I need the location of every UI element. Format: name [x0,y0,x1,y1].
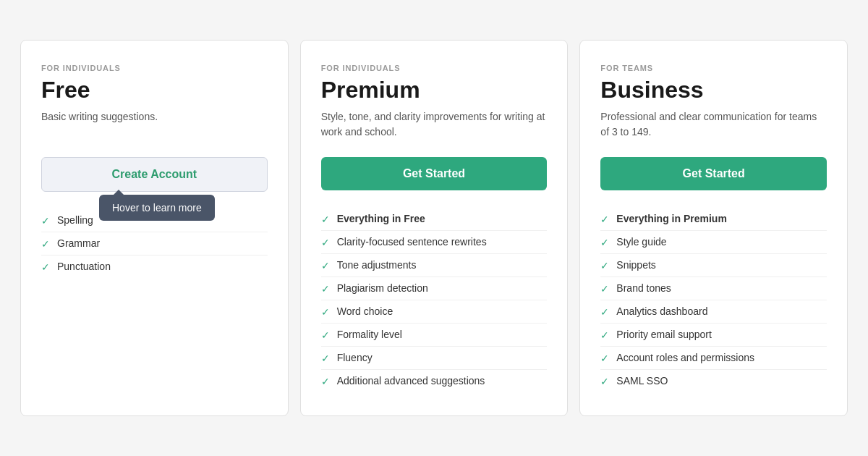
checkmark-icon: ✓ [600,329,609,341]
list-item: ✓Punctuation [41,256,268,278]
checkmark-icon: ✓ [600,214,609,225]
list-item: ✓Tone adjustments [321,254,548,277]
checkmark-icon: ✓ [321,329,330,341]
feature-text: Brand tones [616,282,671,294]
list-item: ✓Clarity-focused sentence rewrites [321,231,548,254]
feature-text: Clarity-focused sentence rewrites [337,236,487,248]
plan-card-free: FOR INDIVIDUALSFreeBasic writing suggest… [20,40,289,416]
checkmark-icon: ✓ [321,352,330,364]
button-area-business: Get Started [600,157,827,190]
list-item: ✓Fluency [321,347,548,370]
feature-text: Everything in Premium [616,213,726,224]
feature-list-business: ✓Everything in Premium✓Style guide✓Snipp… [600,208,827,392]
hover-tooltip: Hover to learn more [99,195,215,221]
checkmark-icon: ✓ [600,352,609,364]
checkmark-icon: ✓ [321,376,330,387]
plan-name-business: Business [600,77,827,104]
plan-description-premium: Style, tone, and clarity improvements fo… [321,109,548,140]
list-item: ✓Brand tones [600,277,827,300]
checkmark-icon: ✓ [600,376,609,387]
get-started-button-premium[interactable]: Get Started [321,157,548,190]
checkmark-icon: ✓ [321,306,330,318]
feature-text: Style guide [616,236,666,248]
feature-text: Punctuation [57,261,111,272]
checkmark-icon: ✓ [600,283,609,295]
list-item: ✓Grammar [41,232,268,256]
plan-label-free: FOR INDIVIDUALS [41,64,268,72]
plan-description-business: Professional and clear communication for… [600,109,827,140]
plan-label-premium: FOR INDIVIDUALS [321,64,548,72]
feature-text: Word choice [337,305,393,317]
checkmark-icon: ✓ [321,237,330,248]
feature-text: Additional advanced suggestions [337,375,485,387]
list-item: ✓Snippets [600,254,827,277]
feature-text: Account roles and permissions [616,352,754,363]
feature-text: Spelling [57,214,93,226]
feature-text: Plagiarism detection [337,282,428,294]
feature-text: Everything in Free [337,213,425,224]
list-item: ✓Formality level [321,324,548,347]
checkmark-icon: ✓ [600,306,609,318]
plan-card-premium: FOR INDIVIDUALSPremiumStyle, tone, and c… [300,40,569,416]
list-item: ✓Everything in Free [321,208,548,231]
list-item: ✓Additional advanced suggestions [321,370,548,392]
feature-text: Fluency [337,352,373,363]
pricing-container: FOR INDIVIDUALSFreeBasic writing suggest… [14,25,854,431]
feature-text: Grammar [57,237,100,249]
button-area-free: Create AccountHover to learn more [41,157,268,192]
feature-text: SAML SSO [616,375,668,387]
plan-name-premium: Premium [321,77,548,104]
plan-label-business: FOR TEAMS [600,64,827,72]
list-item: ✓Everything in Premium [600,208,827,231]
checkmark-icon: ✓ [600,237,609,248]
list-item: ✓Plagiarism detection [321,277,548,300]
checkmark-icon: ✓ [321,260,330,271]
list-item: ✓Analytics dashboard [600,300,827,324]
checkmark-icon: ✓ [321,283,330,295]
feature-text: Tone adjustments [337,259,417,271]
plan-name-free: Free [41,77,268,104]
checkmark-icon: ✓ [321,214,330,225]
feature-text: Analytics dashboard [616,305,707,317]
checkmark-icon: ✓ [41,238,50,250]
button-area-premium: Get Started [321,157,548,190]
get-started-button-business[interactable]: Get Started [600,157,827,190]
list-item: ✓Priority email support [600,324,827,347]
list-item: ✓SAML SSO [600,370,827,392]
create-account-button[interactable]: Create Account [41,157,268,192]
plan-card-business: FOR TEAMSBusinessProfessional and clear … [579,40,848,416]
feature-text: Priority email support [616,329,712,340]
feature-text: Formality level [337,329,402,340]
feature-text: Snippets [616,259,655,271]
checkmark-icon: ✓ [41,215,50,227]
list-item: ✓Word choice [321,300,548,324]
list-item: ✓Account roles and permissions [600,347,827,370]
checkmark-icon: ✓ [41,261,50,273]
feature-list-premium: ✓Everything in Free✓Clarity-focused sent… [321,208,548,392]
plan-description-free: Basic writing suggestions. [41,109,268,140]
list-item: ✓Style guide [600,231,827,254]
checkmark-icon: ✓ [600,260,609,271]
